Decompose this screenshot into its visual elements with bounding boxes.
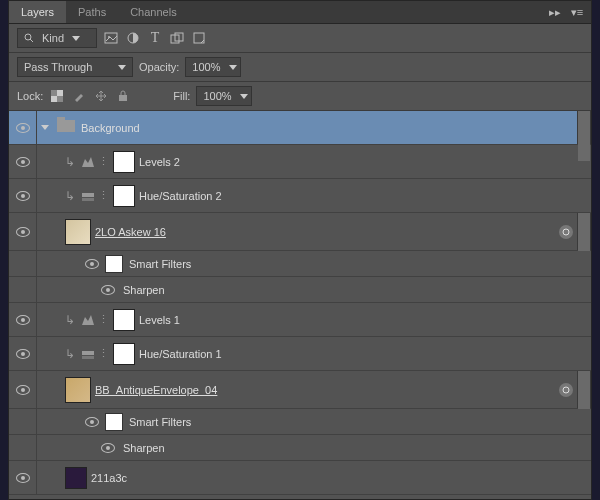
layer-mask-thumb[interactable] (113, 151, 135, 173)
eye-icon[interactable] (85, 259, 99, 269)
filter-adjustment-icon[interactable] (125, 30, 141, 46)
eye-icon[interactable] (101, 443, 115, 453)
layer-mask-thumb[interactable] (113, 185, 135, 207)
panel-menu-icon[interactable]: ▾≡ (569, 4, 585, 20)
eye-icon (16, 227, 30, 237)
visibility-toggle[interactable] (9, 371, 37, 408)
filter-pixel-icon[interactable] (103, 30, 119, 46)
filter-smart-icon[interactable] (191, 30, 207, 46)
svg-line-1 (30, 39, 33, 42)
eye-icon[interactable] (101, 285, 115, 295)
layer-name[interactable]: Background (81, 122, 140, 134)
lock-all-icon[interactable] (115, 88, 131, 104)
blend-row: Pass Through Opacity: 100% (9, 53, 591, 82)
layer-name[interactable]: Sharpen (123, 284, 165, 296)
smart-object-thumb[interactable] (65, 219, 91, 245)
blend-mode-select[interactable]: Pass Through (17, 57, 133, 77)
layer-smartfilters2[interactable]: Smart Filters (9, 409, 591, 435)
layer-smartfilters[interactable]: Smart Filters (9, 251, 591, 277)
layer-thumb[interactable] (65, 467, 87, 489)
fill-value: 100% (203, 90, 231, 102)
visibility-toggle (9, 409, 37, 434)
folder-icon (57, 117, 77, 139)
scrollbar[interactable] (577, 111, 591, 144)
layer-name[interactable]: Levels 2 (139, 156, 180, 168)
lock-position-icon[interactable] (93, 88, 109, 104)
link-icon[interactable]: ⋮ (97, 189, 109, 202)
chevron-down-icon (118, 65, 126, 70)
svg-rect-13 (82, 193, 94, 197)
eye-icon (16, 385, 30, 395)
scrollbar-handle[interactable] (578, 371, 590, 409)
scrollbar[interactable] (577, 213, 591, 250)
tab-layers[interactable]: Layers (9, 1, 66, 23)
clip-icon: ↳ (61, 345, 79, 363)
smart-filter-badge-icon[interactable] (559, 383, 573, 397)
layer-huesat1[interactable]: ↳ ⋮ Hue/Saturation 1 (9, 337, 591, 371)
filter-kind-select[interactable]: Kind (17, 28, 97, 48)
svg-point-15 (563, 229, 569, 235)
opacity-label: Opacity: (139, 61, 179, 73)
visibility-toggle[interactable] (9, 111, 37, 144)
layer-mask-thumb[interactable] (113, 309, 135, 331)
visibility-toggle[interactable] (9, 303, 37, 336)
lock-transparency-icon[interactable] (49, 88, 65, 104)
svg-rect-9 (57, 96, 63, 102)
panel-tabs: Layers Paths Channels ▸▸ ▾≡ (9, 1, 591, 24)
svg-rect-17 (82, 356, 94, 359)
layer-levels2[interactable]: ↳ ⋮ Levels 2 (9, 145, 591, 179)
layer-name[interactable]: Levels 1 (139, 314, 180, 326)
filter-mask-thumb[interactable] (105, 413, 123, 431)
svg-rect-16 (82, 351, 94, 355)
eye-icon (16, 157, 30, 167)
link-icon[interactable]: ⋮ (97, 347, 109, 360)
smart-filter-badge-icon[interactable] (559, 225, 573, 239)
filter-shape-icon[interactable] (169, 30, 185, 46)
tab-channels[interactable]: Channels (118, 1, 188, 23)
visibility-toggle[interactable] (9, 213, 37, 250)
smart-object-thumb[interactable] (65, 377, 91, 403)
visibility-toggle[interactable] (9, 337, 37, 370)
layers-panel: Layers Paths Channels ▸▸ ▾≡ Kind T Pass … (8, 0, 592, 500)
svg-rect-14 (82, 198, 94, 201)
scrollbar-handle[interactable] (578, 213, 590, 251)
visibility-toggle[interactable] (9, 461, 37, 494)
layer-huesat2[interactable]: ↳ ⋮ Hue/Saturation 2 (9, 179, 591, 213)
layer-name[interactable]: Hue/Saturation 1 (139, 348, 222, 360)
opacity-input[interactable]: 100% (185, 57, 241, 77)
levels-adjustment-icon (79, 311, 97, 329)
layer-solid-color[interactable]: 211a3c (9, 461, 591, 495)
visibility-toggle (9, 277, 37, 302)
layer-smart-askew[interactable]: 2LO Askew 16 (9, 213, 591, 251)
visibility-toggle (9, 251, 37, 276)
link-icon[interactable]: ⋮ (97, 313, 109, 326)
lock-row: Lock: Fill: 100% (9, 82, 591, 111)
disclosure-triangle-icon[interactable] (41, 125, 49, 130)
filter-type-icon[interactable]: T (147, 30, 163, 46)
layer-sharpen2[interactable]: Sharpen (9, 435, 591, 461)
filter-mask-thumb[interactable] (105, 255, 123, 273)
tab-paths[interactable]: Paths (66, 1, 118, 23)
svg-rect-10 (57, 90, 63, 96)
collapse-icon[interactable]: ▸▸ (547, 4, 563, 20)
layer-group-background[interactable]: Background (9, 111, 591, 145)
layer-levels1[interactable]: ↳ ⋮ Levels 1 (9, 303, 591, 337)
levels-adjustment-icon (79, 153, 97, 171)
scrollbar[interactable] (577, 371, 591, 408)
layer-name[interactable]: BB_AntiqueEnvelope_04 (95, 384, 217, 396)
layer-smart-envelope[interactable]: BB_AntiqueEnvelope_04 (9, 371, 591, 409)
lock-pixels-icon[interactable] (71, 88, 87, 104)
eye-icon[interactable] (85, 417, 99, 427)
chevron-down-icon (229, 65, 237, 70)
fill-input[interactable]: 100% (196, 86, 252, 106)
layer-name[interactable]: 2LO Askew 16 (95, 226, 166, 238)
visibility-toggle[interactable] (9, 179, 37, 212)
layer-mask-thumb[interactable] (113, 343, 135, 365)
visibility-toggle[interactable] (9, 145, 37, 178)
layer-name[interactable]: Hue/Saturation 2 (139, 190, 222, 202)
link-icon[interactable]: ⋮ (97, 155, 109, 168)
layer-name[interactable]: Sharpen (123, 442, 165, 454)
chevron-down-icon (72, 36, 80, 41)
layer-sharpen[interactable]: Sharpen (9, 277, 591, 303)
layer-name[interactable]: 211a3c (91, 472, 127, 484)
